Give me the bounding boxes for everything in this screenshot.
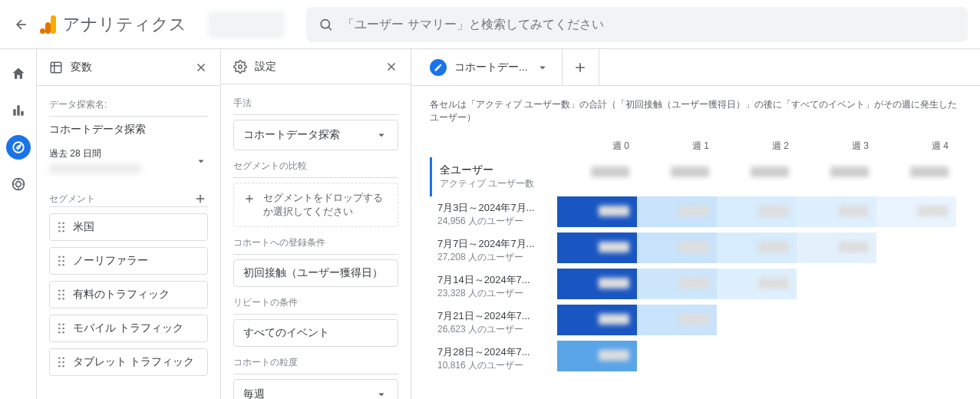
- technique-select[interactable]: コホートデータ探索: [233, 120, 398, 150]
- drag-handle-icon: [58, 357, 65, 368]
- cohort-users: 27,208 人のユーザー: [437, 251, 549, 264]
- return-value[interactable]: すべてのイベント: [233, 319, 398, 347]
- close-settings-button[interactable]: [384, 60, 398, 74]
- cohort-row-header: 7月7日～2024年7月...27,208 人のユーザー: [430, 232, 557, 269]
- close-variables-button[interactable]: [194, 61, 208, 74]
- svg-point-34: [62, 331, 64, 334]
- svg-point-16: [62, 230, 64, 232]
- drag-handle-icon: [58, 289, 65, 300]
- cohort-row-header: 7月21日～2024年7...26,623 人のユーザー: [430, 305, 557, 341]
- svg-point-22: [62, 264, 64, 266]
- svg-point-15: [58, 230, 61, 232]
- date-range-selector[interactable]: 過去 28 日間: [49, 143, 208, 179]
- add-tab-button[interactable]: [563, 49, 599, 85]
- exploration-name-value[interactable]: コホートデータ探索: [49, 121, 208, 143]
- cell: [797, 196, 876, 227]
- cell: [876, 269, 956, 299]
- segment-chip[interactable]: モバイル トラフィック: [49, 315, 208, 342]
- variables-icon: [49, 61, 63, 74]
- svg-point-7: [13, 142, 24, 153]
- cell: [557, 305, 637, 335]
- svg-point-32: [62, 328, 64, 330]
- svg-point-25: [58, 294, 61, 296]
- segment-chip[interactable]: ノーリファラー: [49, 247, 208, 275]
- granularity-value: 毎週: [243, 387, 265, 399]
- svg-rect-10: [51, 62, 61, 73]
- segment-chip-label: ノーリファラー: [73, 254, 148, 268]
- cell: [876, 196, 956, 227]
- cohort-row-header: 7月28日～2024年7...10,816 人のユーザー: [430, 341, 557, 377]
- segment-drop-placeholder: セグメントをドロップするか選択してください: [263, 191, 388, 219]
- svg-point-21: [58, 264, 61, 266]
- svg-point-37: [58, 361, 61, 364]
- nav-explore[interactable]: [6, 135, 31, 160]
- column-header: 週 3: [797, 135, 876, 157]
- nav-rail: [0, 49, 37, 399]
- tab-cohort[interactable]: コホートデー...: [417, 49, 563, 85]
- plus-icon: [572, 60, 588, 75]
- chevron-down-icon: [375, 387, 388, 399]
- back-button[interactable]: [12, 15, 31, 34]
- cell: [717, 305, 797, 335]
- svg-point-28: [62, 298, 64, 300]
- segment-chip[interactable]: タブレット トラフィック: [49, 348, 208, 376]
- svg-point-17: [58, 256, 61, 258]
- variables-title: 変数: [71, 61, 92, 74]
- granularity-select[interactable]: 毎週: [233, 379, 398, 399]
- cell: [637, 157, 717, 188]
- cell: [557, 196, 637, 227]
- svg-point-33: [58, 331, 61, 334]
- svg-point-27: [58, 298, 61, 300]
- technique-label: 手法: [233, 97, 398, 115]
- nav-reports[interactable]: [6, 98, 31, 123]
- svg-point-2: [40, 28, 45, 34]
- segment-compare-label: セグメントの比較: [233, 160, 398, 178]
- inclusion-label: コホートへの登録条件: [233, 236, 398, 255]
- cohort-range: 7月14日～2024年7...: [437, 273, 549, 287]
- svg-point-26: [62, 294, 64, 296]
- cell: [876, 305, 956, 335]
- settings-panel: 設定 手法 コホートデータ探索 セグメントの比較 セグメントをドロップするか選択…: [221, 49, 411, 399]
- svg-point-12: [62, 222, 64, 224]
- cell: [717, 232, 797, 263]
- gear-icon: [233, 60, 247, 74]
- property-selector[interactable]: [208, 11, 285, 38]
- cohort-users: 24,956 人のユーザー: [437, 215, 549, 228]
- segment-chip-label: タブレット トラフィック: [73, 355, 194, 369]
- nav-home[interactable]: [6, 61, 31, 86]
- svg-point-29: [58, 323, 61, 325]
- segment-chip[interactable]: 有料のトラフィック: [49, 281, 208, 308]
- cell: [717, 269, 797, 299]
- add-segment-button[interactable]: [193, 191, 208, 206]
- close-icon: [194, 61, 208, 74]
- row-title: 全ユーザー: [440, 163, 549, 177]
- cell: [876, 341, 956, 371]
- search-input[interactable]: [342, 18, 955, 31]
- tab-label: コホートデー...: [454, 61, 528, 74]
- svg-point-40: [62, 365, 64, 368]
- search-field[interactable]: [306, 7, 968, 42]
- svg-rect-6: [21, 111, 23, 116]
- cell: [557, 157, 637, 188]
- drag-handle-icon: [58, 222, 65, 232]
- segment-drop-target[interactable]: セグメントをドロップするか選択してください: [233, 183, 398, 227]
- inclusion-value[interactable]: 初回接触（ユーザー獲得日）: [233, 259, 398, 287]
- row-all-users: 全ユーザーアクティブ ユーザー数: [430, 157, 557, 196]
- nav-advertising[interactable]: [6, 172, 31, 196]
- return-label: リピートの条件: [233, 296, 398, 315]
- cohort-users: 10,816 人のユーザー: [437, 359, 549, 372]
- cell: [797, 305, 876, 335]
- technique-value: コホートデータ探索: [243, 128, 340, 142]
- segments-label: セグメント: [49, 193, 95, 206]
- main-area: コホートデー... 各セルは「アクティブ ユーザー数」の合計（「初回接触（ユーザ…: [411, 49, 980, 399]
- cohort-users: 26,623 人のユーザー: [437, 323, 549, 336]
- cell: [797, 232, 876, 263]
- segment-chip[interactable]: 米国: [49, 213, 208, 241]
- date-range-value: 過去 28 日間: [49, 147, 141, 160]
- cohort-row-header: 7月14日～2024年7...23,328 人のユーザー: [430, 269, 557, 305]
- drag-handle-icon: [58, 323, 65, 334]
- cohort-range: 7月3日～2024年7月...: [437, 201, 549, 215]
- chevron-down-icon: [536, 61, 549, 74]
- column-header: 週 4: [876, 135, 956, 157]
- plus-icon: [243, 193, 256, 205]
